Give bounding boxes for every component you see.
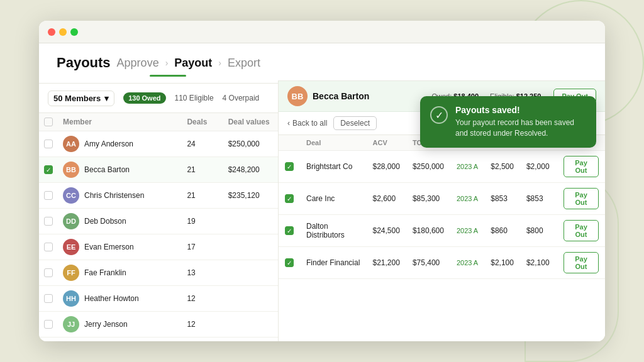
deal-plan: 2023 A bbox=[450, 183, 484, 215]
deal-row: Care Inc $2,600 $85,300 2023 A $853 $853… bbox=[279, 183, 605, 215]
member-avatar: AA bbox=[63, 136, 79, 152]
title-bar bbox=[39, 21, 605, 43]
row-checkbox[interactable] bbox=[39, 286, 58, 312]
minimize-button[interactable] bbox=[59, 28, 67, 36]
sub-col-deal: Deal bbox=[300, 135, 367, 151]
deal-eligible: $2,000 bbox=[520, 151, 557, 183]
deal-plan: 2023 A bbox=[450, 215, 484, 247]
page-title: Payouts bbox=[57, 55, 111, 71]
deal-check-input[interactable] bbox=[285, 194, 294, 203]
deal-name: Finder Financial bbox=[300, 247, 367, 279]
row-checkbox[interactable] bbox=[39, 260, 58, 286]
member-avatar: JJ bbox=[63, 316, 79, 332]
deal-acv: $21,200 bbox=[367, 247, 406, 279]
row-checkbox[interactable] bbox=[39, 131, 58, 157]
deal-checkbox[interactable] bbox=[279, 183, 300, 215]
member-name: Heather Howton bbox=[84, 294, 139, 303]
back-chevron-icon: ‹ bbox=[287, 119, 290, 128]
breadcrumb-export[interactable]: Export bbox=[228, 57, 260, 70]
deal-check-input[interactable] bbox=[285, 162, 294, 171]
members-count: 50 Members bbox=[53, 94, 101, 103]
row-deals: 12 bbox=[182, 312, 223, 337]
deal-owed: $853 bbox=[484, 183, 520, 215]
deal-check-input[interactable] bbox=[285, 258, 294, 267]
col-deals: Deals bbox=[182, 113, 223, 131]
traffic-lights bbox=[48, 28, 78, 36]
deal-checkbox[interactable] bbox=[279, 247, 300, 279]
member-avatar: EE bbox=[63, 239, 79, 255]
deselect-button[interactable]: Deselect bbox=[333, 116, 377, 130]
row-check-input[interactable] bbox=[44, 320, 53, 329]
row-check-input[interactable] bbox=[44, 191, 53, 200]
deal-plan: 2023 A bbox=[450, 151, 484, 183]
col-checkbox bbox=[39, 113, 58, 131]
plan-tag: 2023 A bbox=[457, 227, 478, 234]
deal-pay-out-button[interactable]: Pay Out bbox=[564, 252, 599, 273]
plan-tag: 2023 A bbox=[457, 259, 478, 266]
plan-tag: 2023 A bbox=[457, 163, 478, 170]
row-check-input[interactable] bbox=[44, 243, 53, 251]
sub-col-acv: ACV bbox=[367, 135, 406, 151]
dropdown-chevron-icon: ▾ bbox=[104, 94, 109, 103]
deal-checkbox[interactable] bbox=[279, 215, 300, 247]
header: Payouts Approve › Payout › Export bbox=[39, 43, 605, 83]
deal-acv: $24,500 bbox=[367, 215, 406, 247]
member-name: Becca Barton bbox=[84, 165, 130, 174]
row-check-input[interactable] bbox=[44, 217, 53, 226]
deal-checkbox[interactable] bbox=[279, 151, 300, 183]
row-deals: 19 bbox=[182, 209, 223, 234]
toast-title: Payouts saved! bbox=[455, 105, 586, 115]
member-avatar: BB bbox=[63, 162, 79, 178]
deal-tcv: $250,000 bbox=[406, 151, 450, 183]
member-name: Evan Emerson bbox=[84, 243, 134, 251]
plan-tag: 2023 A bbox=[457, 195, 478, 202]
fullscreen-button[interactable] bbox=[70, 28, 78, 36]
deal-check-input[interactable] bbox=[285, 226, 294, 235]
row-checkbox[interactable] bbox=[39, 312, 58, 337]
deal-actions: Pay Out bbox=[557, 183, 605, 215]
deal-pay-out-button[interactable]: Pay Out bbox=[564, 188, 599, 209]
members-dropdown[interactable]: 50 Members ▾ bbox=[48, 90, 114, 106]
row-check-input[interactable] bbox=[44, 140, 53, 148]
row-check-input[interactable] bbox=[44, 294, 53, 303]
deal-pay-out-button[interactable]: Pay Out bbox=[564, 220, 599, 241]
row-checkbox[interactable] bbox=[39, 337, 58, 342]
app-window: Payouts Approve › Payout › Export 50 Mem… bbox=[39, 21, 605, 341]
row-member: FF Fae Franklin bbox=[58, 260, 182, 286]
deal-row: Dalton Distributors $24,500 $180,600 202… bbox=[279, 215, 605, 247]
deal-plan: 2023 A bbox=[450, 247, 484, 279]
deal-owed: $2,500 bbox=[484, 151, 520, 183]
row-checkbox[interactable] bbox=[39, 183, 58, 209]
row-deals: 24 bbox=[182, 131, 223, 157]
row-member: KK Kim Karter bbox=[58, 337, 182, 342]
breadcrumb-approve[interactable]: Approve bbox=[117, 57, 159, 70]
owed-badge[interactable]: 130 Owed bbox=[123, 92, 165, 104]
deal-pay-out-button[interactable]: Pay Out bbox=[564, 156, 599, 177]
breadcrumb-payout[interactable]: Payout bbox=[174, 57, 212, 70]
row-deals: 21 bbox=[182, 157, 223, 183]
detail-member-name: Becca Barton bbox=[313, 91, 369, 101]
deal-eligible: $2,100 bbox=[520, 247, 557, 279]
row-checkbox[interactable] bbox=[39, 234, 58, 260]
eligible-badge: 110 Eligible bbox=[175, 94, 214, 102]
row-member: JJ Jerry Jenson bbox=[58, 312, 182, 337]
back-label: Back to all bbox=[292, 119, 327, 128]
select-all-checkbox[interactable] bbox=[44, 118, 53, 126]
row-checkbox[interactable] bbox=[39, 157, 58, 183]
back-to-all-button[interactable]: ‹ Back to all bbox=[287, 119, 327, 128]
deal-acv: $28,000 bbox=[367, 151, 406, 183]
row-deals: 21 bbox=[182, 183, 223, 209]
detail-avatar: BB bbox=[287, 86, 308, 106]
row-check-input[interactable] bbox=[44, 165, 53, 174]
row-check-input[interactable] bbox=[44, 268, 53, 277]
row-checkbox[interactable] bbox=[39, 209, 58, 234]
deal-actions: Pay Out bbox=[557, 215, 605, 247]
member-name: Fae Franklin bbox=[84, 268, 126, 277]
member-avatar: HH bbox=[63, 290, 79, 307]
deal-actions: Pay Out bbox=[557, 151, 605, 183]
deal-eligible: $853 bbox=[520, 183, 557, 215]
close-button[interactable] bbox=[48, 28, 55, 36]
active-tab-underline bbox=[150, 75, 186, 77]
member-avatar: DD bbox=[63, 213, 79, 229]
breadcrumb: Payouts Approve › Payout › Export bbox=[57, 55, 587, 71]
